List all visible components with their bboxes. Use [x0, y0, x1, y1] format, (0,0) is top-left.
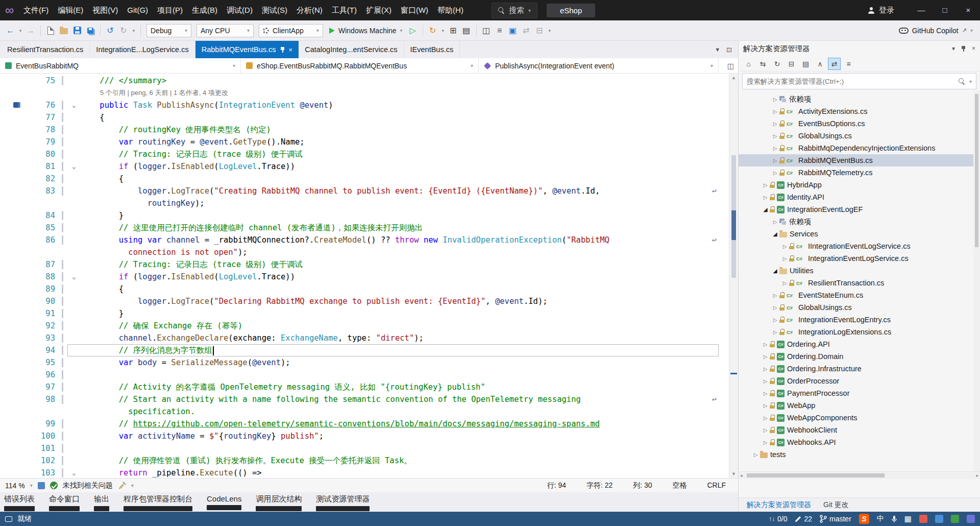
expand-arrow-icon[interactable]: ▷ — [780, 244, 789, 249]
code-line[interactable]: /// </summary> — [67, 75, 719, 87]
code-line[interactable]: channel.ExchangeDeclare(exchange: Exchan… — [67, 332, 719, 344]
tree-item-15[interactable]: ▷C#ResilientTransaction.cs — [739, 277, 980, 289]
tree-item-28[interactable]: ▷C#Webhooks.API — [739, 436, 980, 448]
code-line[interactable]: ⌄ if (logger.IsEnabled(LogLevel.Trace)) — [67, 160, 719, 173]
code-line[interactable]: logger.LogTrace("Creating RabbitMQ chann… — [67, 185, 719, 197]
code-line[interactable]: var activityName = $"{routingKey} publis… — [67, 430, 719, 442]
show-all-files-icon[interactable]: ▤ — [799, 58, 812, 70]
fold-collapse-icon[interactable]: ⌄ — [67, 271, 81, 283]
tree-item-2[interactable]: ▷C#EventBusOptions.cs — [739, 117, 980, 130]
code-line[interactable] — [67, 369, 719, 381]
code-line[interactable]: using var channel = _rabbitMQConnection?… — [67, 234, 719, 246]
hot-reload-icon[interactable]: ↻ — [427, 24, 439, 37]
code-line[interactable]: // Tracing: 记录日志 (trace 级别) 便于调试 — [67, 148, 719, 160]
menu-tools[interactable]: 工具(T) — [327, 0, 361, 20]
nest-files-icon[interactable]: ⊟ — [785, 58, 798, 70]
vscrollbar-thumb[interactable] — [975, 94, 978, 247]
tree-item-7[interactable]: ▷C#HybridApp — [739, 179, 980, 191]
close-icon[interactable]: × — [289, 46, 293, 54]
type-dropdown[interactable]: eShop.EventBusRabbitMQ.RabbitMQEventBus … — [241, 58, 479, 73]
panel-tab-call-hierarchy[interactable]: 调用层次结构 — [256, 494, 302, 511]
expand-arrow-icon[interactable]: ▷ — [771, 305, 779, 310]
editor-scrollbar[interactable]: ▲ ▼ — [729, 74, 738, 478]
eol-indicator[interactable]: CRLF — [707, 481, 726, 489]
document-tab-4[interactable]: IEventBus.cs — [404, 41, 460, 58]
zoom-level[interactable]: 114 % — [5, 482, 25, 490]
code-line[interactable]: { — [67, 283, 719, 295]
code-line[interactable]: specification. — [67, 405, 719, 418]
code-line[interactable]: // 这里使用已打开的连接创建临时 channel (发布者通道)，如果连接未打… — [67, 222, 719, 234]
expand-arrow-icon[interactable]: ▷ — [761, 403, 770, 409]
tree-item-13[interactable]: ▷C#IntegrationEventLogService.cs — [739, 252, 980, 265]
close-icon[interactable]: × — [972, 45, 975, 52]
code-line[interactable]: var routingKey = @event.GetType().Name; — [67, 136, 719, 148]
collapse-arrow-icon[interactable]: ◢ — [761, 206, 770, 213]
health-status-text[interactable]: 未找到相关问题 — [63, 481, 113, 490]
scroll-left-icon[interactable]: ◂ — [740, 473, 743, 478]
panel-tab-test-explorer[interactable]: 测试资源管理器 — [316, 494, 370, 511]
hot-reload-chevron-icon[interactable]: ▾ — [440, 24, 446, 37]
char-indicator[interactable]: 字符: 22 — [586, 481, 612, 489]
collapse-all-icon[interactable]: ∧ — [814, 58, 826, 70]
panel-tab-git-changes[interactable]: Git 更改 — [818, 498, 854, 512]
document-tab-2[interactable]: RabbitMQEventBus.cs× — [195, 41, 299, 58]
expand-arrow-icon[interactable]: ▷ — [771, 158, 779, 163]
tray-status-icon[interactable] — [951, 515, 959, 523]
expand-arrow-icon[interactable]: ▷ — [771, 219, 779, 225]
line-indicator[interactable]: 行: 94 — [547, 481, 566, 489]
redo-chevron-icon[interactable]: ▾ — [131, 24, 137, 37]
tree-item-16[interactable]: ▷C#EventStateEnum.cs — [739, 289, 980, 301]
navigate-backward-icon[interactable]: ← — [4, 24, 16, 37]
code-line[interactable]: // 序列化消息为字节数组 — [67, 344, 719, 356]
window-position-chevron-icon[interactable]: ▾ — [952, 45, 955, 52]
document-tab-0[interactable]: ResilientTransaction.cs — [1, 41, 90, 58]
expand-arrow-icon[interactable]: ▷ — [761, 366, 770, 372]
expand-arrow-icon[interactable]: ▷ — [761, 440, 770, 445]
code-editor[interactable]: 75 /// </summary>5 个引用 | peng, 6 天前 | 1 … — [0, 74, 738, 478]
switch-views-icon[interactable]: ⇆ — [756, 58, 769, 70]
solution-search-input[interactable] — [747, 78, 954, 85]
hscrollbar-thumb[interactable] — [747, 473, 885, 477]
scrollbar-up-icon[interactable]: ▲ — [729, 74, 738, 82]
document-tab-1[interactable]: IntegrationE...LogService.cs — [90, 41, 195, 58]
tree-item-22[interactable]: ▷C#Ordering.Infrastructure — [739, 363, 980, 375]
tree-item-6[interactable]: ▷C#RabbitMQTelemetry.cs — [739, 166, 980, 179]
expand-arrow-icon[interactable]: ▷ — [751, 452, 760, 458]
code-line[interactable] — [67, 442, 719, 455]
expand-arrow-icon[interactable]: ▷ — [771, 317, 779, 323]
menu-test[interactable]: 测试(S) — [257, 0, 292, 20]
background-tasks-icon[interactable] — [5, 516, 12, 522]
menu-project[interactable]: 项目(P) — [153, 0, 187, 20]
navigate-bookmark-icon[interactable]: ⇄ — [520, 24, 532, 37]
code-line[interactable]: } — [67, 307, 719, 320]
fold-collapse-icon[interactable]: ⌄ — [67, 467, 81, 478]
menu-view[interactable]: 视图(V) — [88, 0, 122, 20]
zoom-chevron-icon[interactable]: ▾ — [30, 483, 33, 488]
code-line[interactable]: // Activity 的名字遵循 OpenTelemetry messagin… — [67, 381, 719, 393]
fold-collapse-icon[interactable]: ⌄ — [67, 99, 81, 111]
code-line[interactable]: // 确保 Exchange 存在 (幂等) — [67, 320, 719, 332]
tree-item-21[interactable]: ▷C#Ordering.Domain — [739, 350, 980, 363]
open-file-icon[interactable] — [58, 24, 70, 37]
tree-item-14[interactable]: ◢Utilities — [739, 265, 980, 277]
new-file-icon[interactable] — [44, 24, 57, 37]
debug-config-combo[interactable]: Debug ▾ — [146, 24, 191, 37]
tree-item-11[interactable]: ◢Services — [739, 228, 980, 240]
sync-with-active-document-icon[interactable]: ⇄ — [828, 58, 841, 70]
platform-combo[interactable]: Any CPU ▾ — [197, 24, 254, 37]
collapse-arrow-icon[interactable]: ◢ — [771, 268, 779, 274]
expand-arrow-icon[interactable]: ▷ — [780, 256, 789, 261]
maximize-button[interactable]: □ — [933, 0, 957, 20]
navigate-back-chevron-icon[interactable]: ▾ — [17, 24, 23, 37]
expand-arrow-icon[interactable]: ▷ — [761, 195, 770, 200]
bookmark-icon[interactable]: ▣ — [507, 24, 519, 37]
code-line[interactable]: logger.LogTrace("Declaring RabbitMQ exch… — [67, 295, 719, 307]
home-icon[interactable]: ⌂ — [742, 58, 755, 70]
code-line[interactable]: // 使用弹性管道 (重试) 执行发布操作。Execute 接受一个委托并返回 … — [67, 455, 719, 467]
expand-arrow-icon[interactable]: ▷ — [771, 97, 779, 102]
fold-collapse-icon[interactable]: ⌄ — [67, 160, 81, 173]
code-line[interactable]: connection is not open"); — [67, 246, 719, 258]
collapse-arrow-icon[interactable]: ◢ — [771, 231, 779, 237]
panel-tab-package-manager-console[interactable]: 程序包管理器控制台 — [124, 494, 192, 511]
properties-icon[interactable]: ≡ — [842, 58, 855, 70]
